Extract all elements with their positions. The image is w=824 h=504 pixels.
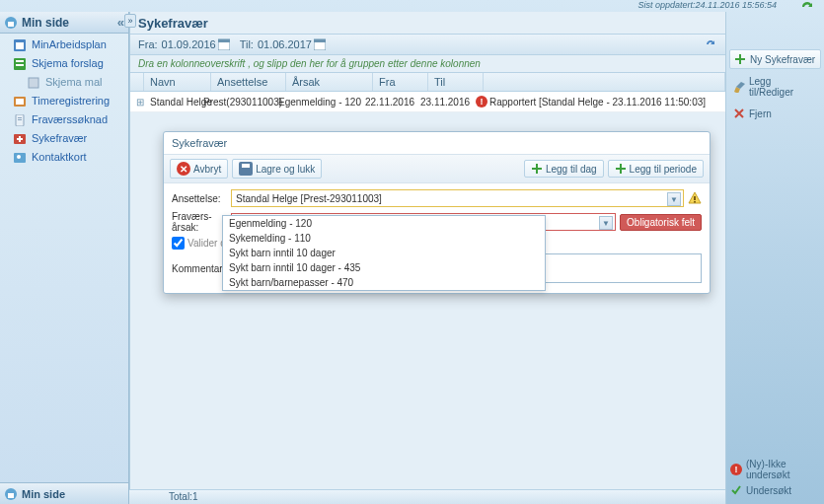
alert-icon: ! bbox=[730, 464, 742, 475]
dialog-toolbar: ✕ Avbryt Lagre og lukk Legg til dag Legg… bbox=[164, 155, 710, 183]
plus-icon bbox=[615, 163, 627, 175]
check-icon bbox=[730, 484, 742, 496]
status-alert-icon: ! bbox=[470, 94, 484, 109]
dropdown-option[interactable]: Sykemelding - 110 bbox=[223, 231, 545, 246]
remove-button[interactable]: Fjern bbox=[729, 105, 821, 122]
sidebar-header: Min side « bbox=[0, 12, 128, 34]
sidebar-item-fravaerssoknad[interactable]: Fraværssøknad bbox=[0, 110, 128, 129]
date-to-value[interactable]: 01.06.2017 bbox=[258, 38, 312, 50]
svg-rect-5 bbox=[16, 60, 24, 62]
sidebar-item-label: Timeregistrering bbox=[32, 94, 110, 108]
sidebar-item-minarbeidsplan[interactable]: MinArbeidsplan bbox=[0, 36, 128, 54]
th-fra[interactable]: Fra bbox=[373, 73, 428, 91]
edit-button[interactable]: Legg til/Rediger bbox=[729, 73, 821, 101]
dialog-title: Sykefravær bbox=[164, 132, 710, 155]
document-icon bbox=[14, 114, 28, 126]
cancel-button[interactable]: ✕ Avbryt bbox=[170, 159, 228, 179]
save-button[interactable]: Lagre og lukk bbox=[232, 159, 322, 179]
cell-fra: 22.11.2016 bbox=[359, 95, 414, 109]
svg-rect-3 bbox=[16, 42, 24, 49]
warning-icon bbox=[688, 191, 702, 205]
sidebar-item-skjemamal[interactable]: Skjema mal bbox=[0, 73, 128, 92]
th-navn[interactable]: Navn bbox=[144, 73, 211, 91]
sidebar-item-label: Sykefravær bbox=[32, 131, 87, 146]
ansettelse-select[interactable]: Standal Helge [Prest-293011003] ▼ bbox=[231, 189, 684, 207]
date-from-label: Fra: bbox=[138, 38, 158, 50]
sidebar-item-kontaktkort[interactable]: Kontaktkort bbox=[0, 148, 128, 167]
dropdown-option[interactable]: Egenmelding - 120 bbox=[223, 216, 545, 231]
template-icon bbox=[28, 77, 41, 89]
group-hint: Dra en kolonneoverskrift , og slipp den … bbox=[130, 55, 725, 72]
legend-label: (Ny)-Ikke undersøkt bbox=[746, 459, 820, 480]
table-header: Navn Ansettelse Årsak Fra Til bbox=[130, 72, 725, 92]
cell-til: 23.11.2016 bbox=[414, 95, 470, 109]
calendar-picker-icon[interactable] bbox=[218, 38, 230, 50]
medkit-icon bbox=[14, 133, 28, 145]
dropdown-option[interactable]: Sykt barn inntil 10 dager - 435 bbox=[223, 260, 545, 275]
select-value: Standal Helge [Prest-293011003] bbox=[236, 193, 382, 204]
add-day-button[interactable]: Legg til dag bbox=[524, 160, 604, 178]
chevron-down-icon[interactable]: ▼ bbox=[667, 192, 681, 206]
svg-rect-1 bbox=[8, 22, 14, 27]
clock-icon bbox=[14, 96, 28, 108]
plus-icon bbox=[734, 53, 746, 65]
home-icon bbox=[4, 487, 18, 501]
svg-point-17 bbox=[17, 155, 21, 159]
refresh-status-icon[interactable] bbox=[800, 0, 816, 14]
th-arsak[interactable]: Årsak bbox=[286, 73, 373, 91]
page-title: Sykefravær bbox=[130, 12, 725, 34]
legend-not-examined: ! (Ny)-Ikke undersøkt bbox=[730, 459, 820, 480]
th-expand bbox=[130, 73, 144, 91]
calendar-icon bbox=[14, 39, 28, 51]
button-label: Lagre og lukk bbox=[256, 164, 315, 175]
form-icon bbox=[14, 58, 28, 70]
add-period-button[interactable]: Legg til periode bbox=[608, 160, 704, 178]
date-range-bar: Fra: 01.09.2016 Til: 01.06.2017 bbox=[130, 34, 725, 55]
row-expand-icon[interactable]: ⊞ bbox=[130, 95, 144, 109]
legend-label: Undersøkt bbox=[746, 485, 791, 496]
delete-icon bbox=[733, 108, 745, 119]
date-from-value[interactable]: 01.09.2016 bbox=[162, 38, 216, 50]
new-sykefravaer-button[interactable]: Ny Sykefravær bbox=[729, 49, 821, 69]
svg-rect-19 bbox=[8, 493, 14, 498]
obligatory-badge: Obligatorisk felt bbox=[620, 214, 702, 231]
table-row[interactable]: ⊞ Standal Helge Prest(293011003) Egenmel… bbox=[130, 92, 725, 112]
dropdown-option[interactable]: Sykt barn inntil 10 dager bbox=[223, 246, 545, 260]
button-label: Ny Sykefravær bbox=[750, 54, 815, 65]
button-label: Avbryt bbox=[193, 164, 221, 175]
calendar-picker-icon[interactable] bbox=[314, 38, 326, 50]
arsak-dropdown-list: Egenmelding - 120 Sykemelding - 110 Sykt… bbox=[222, 215, 546, 291]
sidebar-item-timeregistrering[interactable]: Timeregistrering bbox=[0, 92, 128, 110]
last-updated-label: Sist oppdatert:24.11.2016 15:56:54 bbox=[637, 0, 777, 10]
svg-rect-12 bbox=[18, 119, 22, 120]
dropdown-option[interactable]: Sykt barn/barnepasser - 470 bbox=[223, 275, 545, 290]
ansettelse-label: Ansettelse: bbox=[172, 193, 231, 204]
cell-status: Rapportert [Standal Helge - 23.11.2016 1… bbox=[484, 95, 725, 109]
sidebar-item-label: Fraværssøknad bbox=[32, 112, 108, 127]
svg-rect-23 bbox=[314, 39, 326, 42]
refresh-icon[interactable] bbox=[704, 37, 717, 51]
th-til[interactable]: Til bbox=[428, 73, 484, 91]
expand-handle-icon[interactable]: » bbox=[124, 14, 136, 28]
svg-rect-9 bbox=[16, 99, 24, 105]
th-status bbox=[484, 73, 725, 91]
sidebar-item-skjemaforslag[interactable]: Skjema forslag bbox=[0, 54, 128, 73]
checkbox-input[interactable] bbox=[172, 237, 185, 250]
sidebar-collapse-icon[interactable]: « bbox=[117, 15, 124, 30]
footer-total: Total:1 bbox=[129, 489, 725, 504]
cell-ansettelse: Prest(293011003) bbox=[197, 95, 272, 109]
sidebar-title: Min side bbox=[22, 16, 69, 30]
chevron-down-icon[interactable]: ▼ bbox=[599, 216, 613, 230]
button-label: Legg til dag bbox=[546, 164, 597, 175]
svg-rect-21 bbox=[218, 39, 230, 42]
th-ansettelse[interactable]: Ansettelse bbox=[211, 73, 286, 91]
sidebar: Min side « MinArbeidsplan Skjema forslag… bbox=[0, 12, 129, 504]
save-icon bbox=[239, 162, 253, 176]
sidebar-item-label: MinArbeidsplan bbox=[32, 37, 107, 52]
sidebar-items: MinArbeidsplan Skjema forslag Skjema mal… bbox=[0, 34, 128, 482]
plus-icon bbox=[531, 163, 543, 175]
sidebar-item-sykefravaer[interactable]: Sykefravær bbox=[0, 129, 128, 148]
sidebar-footer[interactable]: Min side bbox=[0, 482, 128, 504]
sidebar-footer-label: Min side bbox=[22, 488, 65, 500]
button-label: Legg til/Rediger bbox=[749, 76, 817, 98]
